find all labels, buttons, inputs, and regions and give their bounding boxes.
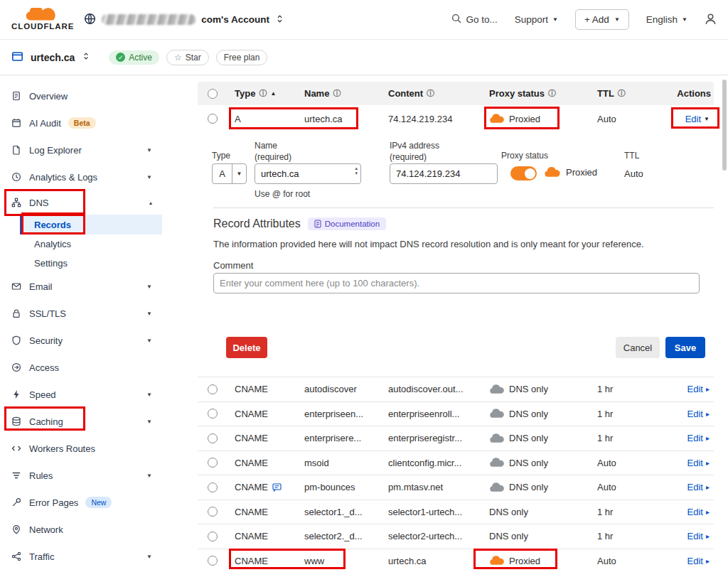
select-all-checkbox[interactable]: [208, 89, 218, 99]
edit-label: Edit: [687, 409, 703, 419]
row-checkbox[interactable]: [208, 433, 218, 443]
row-checkbox[interactable]: [208, 114, 218, 124]
sidebar-item-dns-settings[interactable]: Settings: [0, 253, 171, 273]
traffic-share-icon: [10, 551, 22, 561]
sidebar-label: Email: [29, 281, 53, 292]
chevron-down-icon: ▼: [146, 419, 152, 425]
row-checkbox[interactable]: [208, 556, 218, 566]
info-icon[interactable]: ⓘ: [548, 88, 556, 99]
sidebar-item-log-explorer[interactable]: Log Explorer ▼: [0, 136, 171, 163]
stepper-up-icon[interactable]: ▴: [355, 166, 358, 171]
stepper-icons[interactable]: ▴ ▾: [355, 166, 358, 176]
name-input[interactable]: [255, 163, 361, 184]
row-checkbox[interactable]: [208, 482, 218, 492]
row-checkbox[interactable]: [208, 532, 218, 541]
sidebar-item-access[interactable]: Access: [0, 354, 171, 381]
cell-ttl: Auto: [592, 114, 660, 124]
record-rows: CNAME autodiscover autodiscover.out... D…: [198, 377, 714, 573]
sidebar-label: SSL/TLS: [29, 308, 66, 319]
edit-button[interactable]: Edit▸: [687, 384, 710, 394]
zone-bar: urtech.ca ✓ Active ☆ Star Free plan: [0, 40, 728, 75]
comment-note-icon[interactable]: [272, 483, 282, 492]
sidebar-label: Caching: [29, 416, 63, 427]
cell-name: selector2._d...: [299, 531, 382, 541]
sidebar-item-speed[interactable]: Speed ▼: [0, 381, 171, 408]
table-row: CNAME autodiscover autodiscover.out... D…: [198, 377, 714, 401]
sidebar-item-network[interactable]: Network: [0, 516, 171, 543]
chevron-down-icon: ▼: [146, 147, 152, 153]
sidebar-item-dns[interactable]: DNS ▴: [0, 190, 171, 215]
row-checkbox[interactable]: [208, 409, 218, 419]
delete-button[interactable]: Delete: [226, 337, 267, 358]
analytics-logs-icon: [10, 172, 22, 182]
row-checkbox[interactable]: [208, 384, 218, 394]
cancel-button[interactable]: Cancel: [616, 337, 660, 358]
sidebar-item-error-pages[interactable]: Error Pages New: [0, 489, 171, 516]
sidebar-item-ai-audit[interactable]: AI Audit Beta: [0, 109, 171, 136]
info-icon[interactable]: ⓘ: [259, 88, 267, 99]
proxy-status-label: DNS only: [509, 409, 548, 419]
sidebar-item-caching[interactable]: Caching ▼: [0, 408, 171, 435]
scrollbar-thumb[interactable]: [722, 80, 727, 171]
info-icon[interactable]: ⓘ: [618, 88, 626, 99]
record-attributes-title-row: Record Attributes Documentation: [213, 217, 386, 230]
sort-asc-icon[interactable]: ▲: [270, 90, 276, 97]
chevron-right-icon: ▸: [706, 459, 710, 467]
sidebar-item-overview[interactable]: Overview: [0, 82, 171, 109]
row-checkbox[interactable]: [208, 458, 218, 468]
sidebar-item-ssl-tls[interactable]: SSL/TLS ▼: [0, 300, 171, 327]
info-icon[interactable]: ⓘ: [333, 88, 341, 99]
sidebar-item-security[interactable]: Security ▼: [0, 327, 171, 354]
user-account-icon[interactable]: [705, 13, 717, 27]
cell-ttl: Auto: [592, 458, 660, 468]
goto-search[interactable]: Go to...: [451, 14, 497, 26]
edit-button[interactable]: Edit▸: [687, 482, 710, 492]
name-label: Name: [255, 141, 277, 151]
edit-button[interactable]: Edit▸: [687, 531, 710, 541]
proxy-toggle[interactable]: [510, 166, 537, 180]
search-icon: [451, 14, 461, 26]
sidebar-item-analytics-logs[interactable]: Analytics & Logs ▼: [0, 163, 171, 190]
support-menu[interactable]: Support ▼: [515, 14, 558, 25]
type-select[interactable]: A ▼: [212, 163, 247, 184]
star-button[interactable]: ☆ Star: [166, 50, 209, 65]
language-menu[interactable]: English ▼: [646, 14, 687, 25]
ipv4-input[interactable]: [390, 163, 498, 184]
edit-label: Edit: [687, 531, 703, 541]
comment-input[interactable]: [213, 273, 700, 293]
edit-button[interactable]: Edit ▼: [685, 114, 710, 124]
sidebar-label: Records: [34, 220, 71, 230]
sidebar-item-traffic[interactable]: Traffic ▼: [0, 543, 171, 570]
sidebar-item-rules[interactable]: Rules ▼: [0, 462, 171, 489]
stepper-down-icon[interactable]: ▾: [355, 171, 358, 176]
access-icon: [10, 362, 22, 372]
add-button[interactable]: + Add ▼: [575, 9, 629, 30]
cell-proxy: Proxied: [483, 114, 592, 124]
sidebar-item-workers-routes[interactable]: Workers Routes: [0, 435, 171, 462]
account-switcher[interactable]: com's Account: [84, 13, 284, 27]
edit-button[interactable]: Edit▸: [687, 433, 710, 443]
account-swap-icon[interactable]: [275, 14, 284, 26]
zone-swap-icon[interactable]: [82, 51, 90, 63]
sidebar-item-dns-analytics[interactable]: Analytics: [0, 234, 171, 253]
edit-button[interactable]: Edit▸: [687, 507, 710, 517]
edit-button[interactable]: Edit▸: [687, 556, 710, 566]
edit-button[interactable]: Edit▸: [687, 409, 710, 419]
col-actions-label: Actions: [677, 88, 711, 99]
sidebar-item-dns-records[interactable]: Records: [20, 215, 162, 234]
save-button[interactable]: Save: [665, 337, 705, 358]
row-checkbox[interactable]: [208, 507, 218, 517]
cloudflare-cloud-icon: [24, 8, 61, 22]
wrench-icon: [10, 497, 22, 507]
table-row: CNAME enterprisere... enterpriseregistr.…: [198, 426, 714, 451]
sidebar-item-email[interactable]: Email ▼: [0, 273, 171, 300]
dns-only-cloud-icon: [489, 458, 505, 468]
edit-button[interactable]: Edit▸: [687, 458, 710, 468]
documentation-link[interactable]: Documentation: [308, 217, 386, 230]
col-ttl: TTL ⓘ: [592, 88, 660, 99]
info-icon[interactable]: ⓘ: [427, 88, 434, 99]
proxied-cloud-icon: [544, 167, 561, 178]
edit-label: Edit: [687, 458, 703, 468]
chevron-right-icon: ▸: [706, 532, 710, 540]
cloudflare-logo[interactable]: CLOUDFLARE: [11, 8, 74, 31]
